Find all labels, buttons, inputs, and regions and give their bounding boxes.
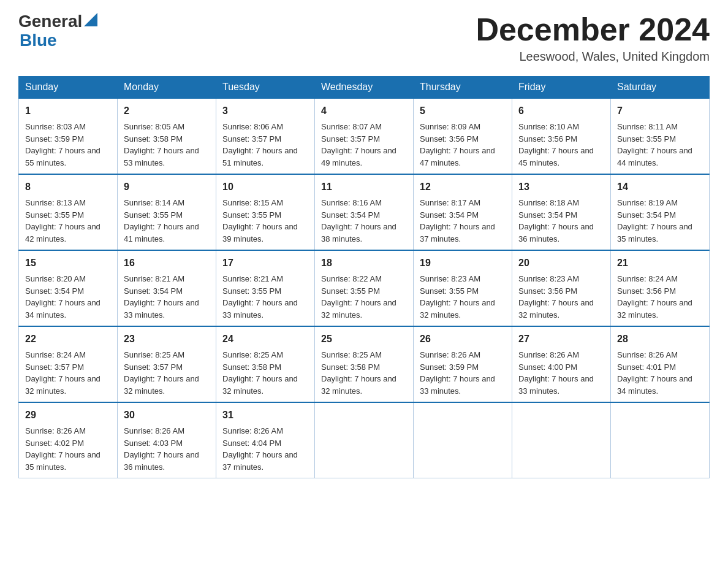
location-subtitle: Leeswood, Wales, United Kingdom bbox=[476, 50, 710, 64]
svg-marker-0 bbox=[84, 13, 97, 26]
calendar-cell: 10Sunrise: 8:15 AMSunset: 3:55 PMDayligh… bbox=[216, 174, 315, 250]
calendar-cell: 1Sunrise: 8:03 AMSunset: 3:59 PMDaylight… bbox=[19, 98, 118, 174]
calendar-header-row: SundayMondayTuesdayWednesdayThursdayFrid… bbox=[19, 77, 710, 99]
month-title: December 2024 bbox=[476, 12, 710, 47]
header-sunday: Sunday bbox=[19, 77, 118, 99]
day-number: 12 bbox=[420, 180, 506, 194]
day-number: 5 bbox=[420, 104, 506, 118]
calendar-cell: 20Sunrise: 8:23 AMSunset: 3:56 PMDayligh… bbox=[512, 250, 611, 326]
day-number: 8 bbox=[25, 180, 111, 194]
calendar-cell: 9Sunrise: 8:14 AMSunset: 3:55 PMDaylight… bbox=[118, 174, 216, 250]
day-number: 13 bbox=[518, 180, 604, 194]
day-number: 24 bbox=[222, 332, 308, 347]
day-number: 10 bbox=[222, 180, 308, 194]
calendar-cell: 2Sunrise: 8:05 AMSunset: 3:58 PMDaylight… bbox=[118, 98, 216, 174]
day-number: 11 bbox=[321, 180, 407, 194]
calendar-cell bbox=[414, 402, 512, 478]
day-number: 26 bbox=[420, 332, 506, 347]
calendar-cell: 30Sunrise: 8:26 AMSunset: 4:03 PMDayligh… bbox=[118, 402, 216, 478]
day-number: 18 bbox=[321, 256, 407, 270]
logo-blue-text: Blue bbox=[18, 31, 97, 50]
day-number: 6 bbox=[518, 104, 604, 118]
day-number: 17 bbox=[222, 256, 308, 270]
day-number: 2 bbox=[124, 104, 210, 118]
day-number: 28 bbox=[617, 332, 703, 347]
calendar-cell: 23Sunrise: 8:25 AMSunset: 3:57 PMDayligh… bbox=[118, 326, 216, 402]
week-row-4: 22Sunrise: 8:24 AMSunset: 3:57 PMDayligh… bbox=[19, 326, 710, 402]
day-number: 15 bbox=[25, 256, 111, 270]
day-number: 27 bbox=[518, 332, 604, 347]
day-number: 21 bbox=[617, 256, 703, 270]
day-number: 9 bbox=[124, 180, 210, 194]
calendar-cell: 13Sunrise: 8:18 AMSunset: 3:54 PMDayligh… bbox=[512, 174, 611, 250]
calendar-cell: 24Sunrise: 8:25 AMSunset: 3:58 PMDayligh… bbox=[216, 326, 315, 402]
calendar-cell bbox=[512, 402, 611, 478]
day-number: 30 bbox=[124, 408, 210, 423]
calendar-cell: 8Sunrise: 8:13 AMSunset: 3:55 PMDaylight… bbox=[19, 174, 118, 250]
calendar-cell: 7Sunrise: 8:11 AMSunset: 3:55 PMDaylight… bbox=[611, 98, 710, 174]
header-friday: Friday bbox=[512, 77, 611, 99]
week-row-1: 1Sunrise: 8:03 AMSunset: 3:59 PMDaylight… bbox=[19, 98, 710, 174]
day-number: 14 bbox=[617, 180, 703, 194]
calendar-cell bbox=[611, 402, 710, 478]
calendar-cell: 19Sunrise: 8:23 AMSunset: 3:55 PMDayligh… bbox=[414, 250, 512, 326]
calendar-cell: 4Sunrise: 8:07 AMSunset: 3:57 PMDaylight… bbox=[315, 98, 414, 174]
logo: General Blue bbox=[18, 12, 97, 50]
day-number: 20 bbox=[518, 256, 604, 270]
calendar-cell: 17Sunrise: 8:21 AMSunset: 3:55 PMDayligh… bbox=[216, 250, 315, 326]
week-row-5: 29Sunrise: 8:26 AMSunset: 4:02 PMDayligh… bbox=[19, 402, 710, 478]
calendar-cell: 6Sunrise: 8:10 AMSunset: 3:56 PMDaylight… bbox=[512, 98, 611, 174]
calendar-cell: 16Sunrise: 8:21 AMSunset: 3:54 PMDayligh… bbox=[118, 250, 216, 326]
day-number: 3 bbox=[222, 104, 308, 118]
calendar-cell: 14Sunrise: 8:19 AMSunset: 3:54 PMDayligh… bbox=[611, 174, 710, 250]
header-monday: Monday bbox=[118, 77, 216, 99]
day-number: 4 bbox=[321, 104, 407, 118]
calendar-cell: 31Sunrise: 8:26 AMSunset: 4:04 PMDayligh… bbox=[216, 402, 315, 478]
calendar-cell: 25Sunrise: 8:25 AMSunset: 3:58 PMDayligh… bbox=[315, 326, 414, 402]
calendar-cell: 15Sunrise: 8:20 AMSunset: 3:54 PMDayligh… bbox=[19, 250, 118, 326]
day-number: 25 bbox=[321, 332, 407, 347]
calendar-cell bbox=[315, 402, 414, 478]
header-thursday: Thursday bbox=[414, 77, 512, 99]
header-wednesday: Wednesday bbox=[315, 77, 414, 99]
day-number: 29 bbox=[25, 408, 111, 423]
calendar-cell: 28Sunrise: 8:26 AMSunset: 4:01 PMDayligh… bbox=[611, 326, 710, 402]
day-number: 22 bbox=[25, 332, 111, 347]
day-number: 23 bbox=[124, 332, 210, 347]
calendar-cell: 18Sunrise: 8:22 AMSunset: 3:55 PMDayligh… bbox=[315, 250, 414, 326]
day-number: 7 bbox=[617, 104, 703, 118]
calendar-cell: 11Sunrise: 8:16 AMSunset: 3:54 PMDayligh… bbox=[315, 174, 414, 250]
page-header: General Blue December 2024 Leeswood, Wal… bbox=[18, 12, 710, 64]
day-number: 1 bbox=[25, 104, 111, 118]
day-number: 19 bbox=[420, 256, 506, 270]
calendar-cell: 27Sunrise: 8:26 AMSunset: 4:00 PMDayligh… bbox=[512, 326, 611, 402]
calendar-cell: 3Sunrise: 8:06 AMSunset: 3:57 PMDaylight… bbox=[216, 98, 315, 174]
calendar-table: SundayMondayTuesdayWednesdayThursdayFrid… bbox=[18, 76, 710, 478]
week-row-3: 15Sunrise: 8:20 AMSunset: 3:54 PMDayligh… bbox=[19, 250, 710, 326]
header-tuesday: Tuesday bbox=[216, 77, 315, 99]
day-number: 31 bbox=[222, 408, 308, 423]
week-row-2: 8Sunrise: 8:13 AMSunset: 3:55 PMDaylight… bbox=[19, 174, 710, 250]
logo-general-text: General bbox=[18, 12, 82, 31]
calendar-cell: 5Sunrise: 8:09 AMSunset: 3:56 PMDaylight… bbox=[414, 98, 512, 174]
calendar-cell: 29Sunrise: 8:26 AMSunset: 4:02 PMDayligh… bbox=[19, 402, 118, 478]
calendar-cell: 26Sunrise: 8:26 AMSunset: 3:59 PMDayligh… bbox=[414, 326, 512, 402]
calendar-cell: 21Sunrise: 8:24 AMSunset: 3:56 PMDayligh… bbox=[611, 250, 710, 326]
calendar-cell: 22Sunrise: 8:24 AMSunset: 3:57 PMDayligh… bbox=[19, 326, 118, 402]
day-number: 16 bbox=[124, 256, 210, 270]
title-block: December 2024 Leeswood, Wales, United Ki… bbox=[476, 12, 710, 64]
logo-triangle-icon bbox=[84, 13, 97, 26]
calendar-cell: 12Sunrise: 8:17 AMSunset: 3:54 PMDayligh… bbox=[414, 174, 512, 250]
header-saturday: Saturday bbox=[611, 77, 710, 99]
